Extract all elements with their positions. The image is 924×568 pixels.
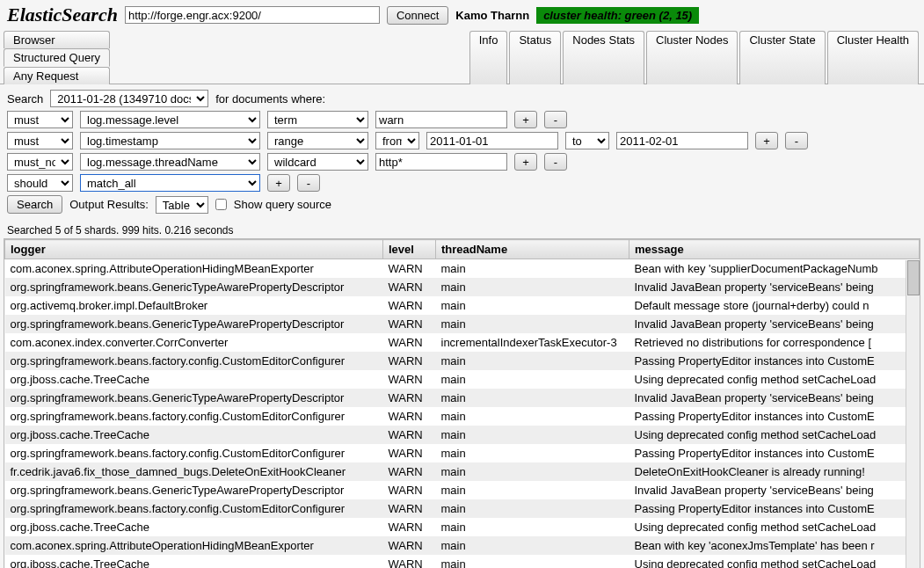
tab-info[interactable]: Info — [469, 31, 508, 84]
table-cell: Invalid JavaBean property 'serviceBeans'… — [629, 389, 920, 407]
table-row[interactable]: org.springframework.beans.GenericTypeAwa… — [5, 389, 920, 407]
table-cell: WARN — [383, 278, 436, 296]
table-cell: Passing PropertyEditor instances into Cu… — [629, 444, 920, 462]
search-status-text: Searched 5 of 5 shards. 999 hits. 0.216 … — [0, 222, 924, 238]
table-cell: fr.cedrik.java6.fix_those_damned_bugs.De… — [5, 462, 383, 481]
table-cell: main — [436, 518, 629, 536]
tab-browser[interactable]: Browser — [4, 31, 110, 48]
column-header-level[interactable]: level — [383, 240, 436, 259]
table-row[interactable]: org.springframework.beans.factory.config… — [5, 352, 920, 370]
table-row[interactable]: org.jboss.cache.TreeCacheWARNmainUsing d… — [5, 426, 920, 444]
field-select[interactable]: log.timestamp — [80, 132, 260, 149]
tab-cluster-nodes[interactable]: Cluster Nodes — [646, 31, 738, 84]
value-input[interactable] — [375, 111, 507, 128]
search-label: Search — [7, 92, 43, 106]
remove-clause-button[interactable]: - — [297, 174, 320, 192]
table-cell: WARN — [383, 407, 436, 426]
table-row[interactable]: fr.cedrik.java6.fix_those_damned_bugs.De… — [5, 462, 920, 481]
add-clause-button[interactable]: + — [755, 132, 778, 149]
index-select[interactable]: 2011-01-28 (1349710 docs) — [50, 90, 208, 107]
table-row[interactable]: org.jboss.cache.TreeCacheWARNmainUsing d… — [5, 518, 920, 536]
tab-cluster-health[interactable]: Cluster Health — [827, 31, 919, 84]
field-select[interactable]: match_all — [80, 174, 260, 192]
show-query-source-checkbox[interactable] — [215, 199, 227, 210]
bool-clause-select[interactable]: must — [7, 132, 73, 149]
field-select[interactable]: log.message.level — [80, 111, 260, 128]
show-query-source-label: Show query source — [234, 198, 331, 211]
results-table: loggerlevelthreadNamemessage com.aconex.… — [4, 238, 920, 568]
column-header-message[interactable]: message — [629, 240, 920, 259]
table-cell: Bean with key 'aconexJmsTemplate' has be… — [629, 536, 920, 555]
table-row[interactable]: com.aconex.index.converter.CorrConverter… — [5, 333, 920, 352]
table-cell: WARN — [383, 426, 436, 444]
bool-clause-select[interactable]: must — [7, 111, 73, 128]
table-row[interactable]: org.springframework.beans.GenericTypeAwa… — [5, 315, 920, 333]
table-row[interactable]: org.jboss.cache.TreeCacheWARNmainUsing d… — [5, 555, 920, 568]
table-row[interactable]: org.springframework.beans.GenericTypeAwa… — [5, 278, 920, 296]
table-cell: main — [436, 481, 629, 499]
table-cell: incrementalIndexerTaskExecutor-3 — [436, 333, 629, 352]
table-row[interactable]: org.springframework.beans.factory.config… — [5, 444, 920, 462]
table-row[interactable]: org.activemq.broker.impl.DefaultBrokerWA… — [5, 296, 920, 315]
field-select[interactable]: log.message.threadName — [80, 153, 260, 171]
table-cell: Using deprecated config method setCacheL… — [629, 555, 920, 568]
table-cell: main — [436, 315, 629, 333]
table-cell: main — [436, 296, 629, 315]
table-cell: org.springframework.beans.factory.config… — [5, 352, 383, 370]
bool-clause-select[interactable]: must_not — [7, 153, 73, 171]
tab-structured-query[interactable]: Structured Query — [4, 48, 110, 67]
table-cell: org.jboss.cache.TreeCache — [5, 370, 383, 389]
output-format-select[interactable]: Table — [156, 196, 208, 214]
column-header-logger[interactable]: logger — [5, 240, 383, 259]
table-cell: com.aconex.index.converter.CorrConverter — [5, 333, 383, 352]
operator-select[interactable]: term — [267, 111, 368, 128]
table-cell: org.jboss.cache.TreeCache — [5, 426, 383, 444]
table-cell: org.activemq.broker.impl.DefaultBroker — [5, 296, 383, 315]
table-cell: DeleteOnExitHookCleaner is already runni… — [629, 462, 920, 481]
search-button[interactable]: Search — [7, 195, 62, 214]
table-cell: WARN — [383, 555, 436, 568]
table-cell: main — [436, 389, 629, 407]
add-clause-button[interactable]: + — [514, 153, 537, 171]
table-row[interactable]: org.springframework.beans.GenericTypeAwa… — [5, 481, 920, 499]
table-row[interactable]: com.aconex.spring.AttributeOperationHidi… — [5, 536, 920, 555]
table-cell: main — [436, 444, 629, 462]
connect-button[interactable]: Connect — [387, 6, 448, 25]
table-cell: Invalid JavaBean property 'serviceBeans'… — [629, 315, 920, 333]
tab-status[interactable]: Status — [509, 31, 561, 84]
tab-cluster-state[interactable]: Cluster State — [739, 31, 825, 84]
username-label: Kamo Tharnn — [455, 9, 529, 22]
value-input[interactable] — [426, 132, 558, 149]
remove-clause-button[interactable]: - — [544, 153, 567, 171]
table-row[interactable]: org.springframework.beans.factory.config… — [5, 499, 920, 518]
range-to-select[interactable]: to — [565, 132, 609, 149]
remove-clause-button[interactable]: - — [785, 132, 808, 149]
table-cell: Invalid JavaBean property 'serviceBeans'… — [629, 481, 920, 499]
value-input[interactable] — [375, 153, 507, 171]
remove-clause-button[interactable]: - — [544, 111, 567, 128]
column-header-threadName[interactable]: threadName — [436, 240, 629, 259]
range-from-select[interactable]: from — [375, 132, 419, 149]
table-cell: org.springframework.beans.GenericTypeAwa… — [5, 481, 383, 499]
table-row[interactable]: org.jboss.cache.TreeCacheWARNmainUsing d… — [5, 370, 920, 389]
table-cell: Invalid JavaBean property 'serviceBeans'… — [629, 278, 920, 296]
table-cell: org.springframework.beans.GenericTypeAwa… — [5, 278, 383, 296]
server-url-input[interactable] — [125, 6, 380, 24]
tab-any-request[interactable]: Any Request — [4, 67, 110, 84]
app-logo: ElasticSearch — [7, 4, 118, 26]
table-row[interactable]: com.aconex.spring.AttributeOperationHidi… — [5, 259, 920, 279]
table-cell: main — [436, 370, 629, 389]
table-row[interactable]: org.springframework.beans.factory.config… — [5, 407, 920, 426]
value2-input[interactable] — [616, 132, 748, 149]
table-cell: org.springframework.beans.GenericTypeAwa… — [5, 389, 383, 407]
add-clause-button[interactable]: + — [514, 111, 537, 128]
table-cell: Using deprecated config method setCacheL… — [629, 426, 920, 444]
table-cell: Using deprecated config method setCacheL… — [629, 518, 920, 536]
table-cell: main — [436, 426, 629, 444]
bool-clause-select[interactable]: should — [7, 174, 73, 192]
operator-select[interactable]: wildcard — [267, 153, 368, 171]
operator-select[interactable]: range — [267, 132, 368, 149]
add-clause-button[interactable]: + — [267, 174, 290, 192]
tab-nodes-stats[interactable]: Nodes Stats — [563, 31, 644, 84]
vertical-scrollbar[interactable] — [906, 260, 920, 568]
